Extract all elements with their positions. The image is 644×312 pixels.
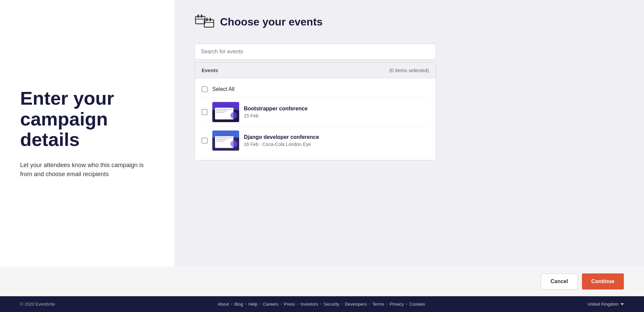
svg-rect-5 bbox=[206, 18, 208, 21]
svg-rect-0 bbox=[196, 16, 205, 24]
svg-rect-4 bbox=[204, 20, 214, 27]
list-item[interactable]: Bootstrapper conference 15 Feb bbox=[202, 98, 429, 126]
event-2-date: 16 Feb · Coca-Cola London Eye bbox=[244, 142, 429, 147]
event-1-info: Bootstrapper conference 15 Feb bbox=[244, 106, 429, 118]
modal-header: Choose your events bbox=[195, 13, 449, 30]
select-all-checkbox[interactable] bbox=[202, 86, 208, 92]
chevron-down-icon bbox=[621, 303, 624, 305]
footer-link-careers[interactable]: Careers bbox=[263, 302, 278, 307]
bottom-buttons-area: Cancel Continue bbox=[0, 267, 644, 296]
event-2-thumbnail bbox=[212, 131, 239, 151]
footer-link-terms[interactable]: Terms bbox=[372, 302, 384, 307]
items-selected-count: (0 items selected) bbox=[389, 67, 429, 73]
events-table-header: Events (0 items selected) bbox=[195, 63, 436, 78]
event-1-checkbox[interactable] bbox=[202, 109, 208, 115]
select-all-label[interactable]: Select All bbox=[212, 86, 234, 92]
footer-region-label: United Kingdom bbox=[587, 302, 619, 307]
search-input[interactable] bbox=[195, 44, 436, 60]
footer-link-investors[interactable]: Investors bbox=[301, 302, 318, 307]
list-item[interactable]: Django developer conference 16 Feb · Coc… bbox=[202, 126, 429, 155]
event-1-name: Bootstrapper conference bbox=[244, 106, 429, 112]
footer-links: About • Blog • Help • Careers • Press • … bbox=[218, 302, 425, 307]
events-icon bbox=[195, 13, 215, 30]
select-all-row[interactable]: Select All bbox=[202, 84, 429, 98]
svg-rect-6 bbox=[210, 18, 211, 21]
footer-region-selector[interactable]: United Kingdom bbox=[587, 302, 624, 307]
event-2-info: Django developer conference 16 Feb · Coc… bbox=[244, 134, 429, 147]
page-subtext: Let your attendees know who this campaig… bbox=[20, 161, 154, 179]
page-heading: Enter your campaign details bbox=[20, 88, 154, 150]
events-column-label: Events bbox=[202, 67, 218, 73]
right-panel: Choose your events Events (0 items selec… bbox=[174, 0, 644, 267]
footer-copyright: © 2020 Eventbrite bbox=[20, 302, 55, 307]
footer-link-help[interactable]: Help bbox=[249, 302, 258, 307]
footer-link-developers[interactable]: Developers bbox=[345, 302, 367, 307]
svg-rect-1 bbox=[198, 14, 199, 18]
event-1-thumbnail bbox=[212, 102, 239, 122]
events-list: Select All bbox=[195, 78, 436, 160]
modal-title: Choose your events bbox=[220, 16, 323, 28]
footer-link-about[interactable]: About bbox=[218, 302, 229, 307]
svg-rect-2 bbox=[201, 14, 202, 18]
footer-link-security[interactable]: Security bbox=[324, 302, 339, 307]
events-table: Events (0 items selected) Select All bbox=[195, 62, 436, 160]
cancel-button[interactable]: Cancel bbox=[541, 273, 578, 290]
event-2-checkbox[interactable] bbox=[202, 138, 208, 144]
continue-button[interactable]: Continue bbox=[582, 273, 624, 290]
footer: © 2020 Eventbrite About • Blog • Help • … bbox=[0, 296, 644, 312]
left-panel: Enter your campaign details Let your att… bbox=[0, 0, 174, 267]
footer-link-blog[interactable]: Blog bbox=[234, 302, 243, 307]
footer-link-press[interactable]: Press bbox=[284, 302, 295, 307]
event-1-date: 15 Feb bbox=[244, 113, 429, 118]
footer-link-cookies[interactable]: Cookies bbox=[409, 302, 425, 307]
event-2-name: Django developer conference bbox=[244, 134, 429, 140]
footer-link-privacy[interactable]: Privacy bbox=[389, 302, 404, 307]
